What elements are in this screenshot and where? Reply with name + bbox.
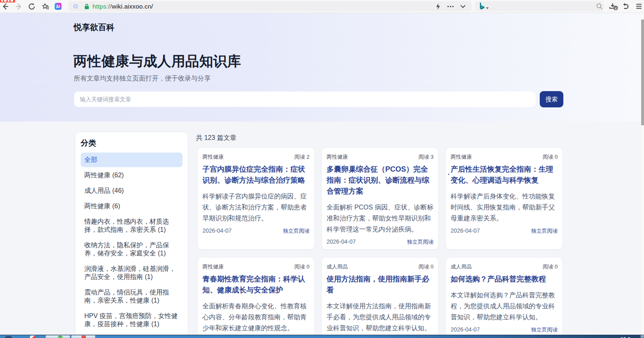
- svg-text:AI: AI: [56, 4, 60, 9]
- svg-text:v: v: [615, 6, 617, 10]
